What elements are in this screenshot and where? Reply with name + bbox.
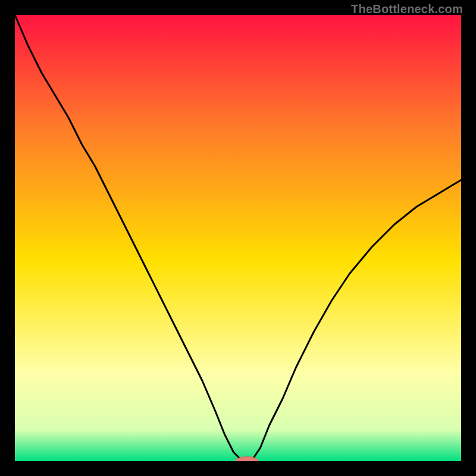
attribution-text: TheBottleneck.com [351,2,463,16]
chart-svg [15,15,461,461]
gradient-background [15,15,461,461]
plot-area [15,15,461,461]
chart-frame: TheBottleneck.com [0,0,476,476]
